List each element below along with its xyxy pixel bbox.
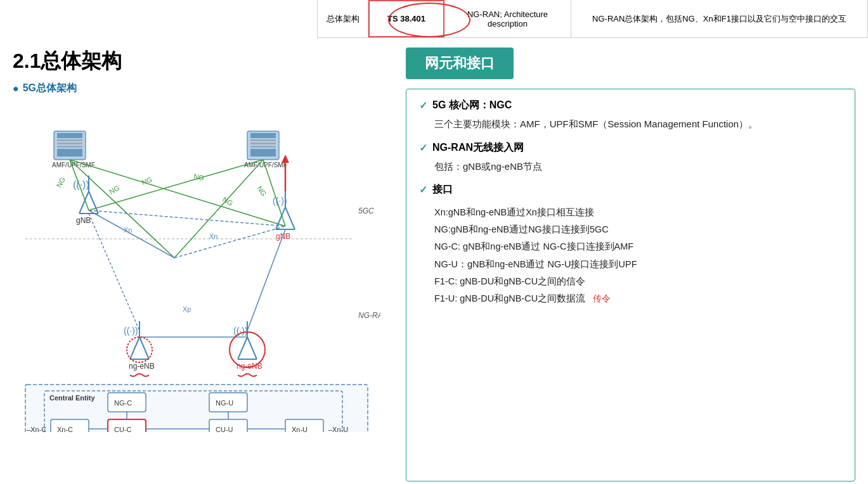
svg-rect-6	[57, 149, 82, 156]
top-bar-cell-4: NG-RAN总体架构，包括NG、Xn和F1接口以及它们与空中接口的交互	[571, 0, 868, 37]
svg-line-51	[285, 207, 295, 229]
info-item-5: F1-U: gNB-DU和gNB-CU之间数据流 传令	[434, 291, 842, 306]
svg-text:((·)): ((·))	[73, 179, 89, 190]
svg-rect-9	[250, 133, 276, 138]
network-diagram: 5GC NG-RAN AMF/UPF/SMF	[13, 103, 380, 432]
svg-line-18	[174, 160, 263, 258]
svg-line-17	[70, 160, 174, 258]
svg-line-32	[79, 191, 89, 213]
svg-line-45	[247, 337, 257, 359]
info-section-title-1: ✓ 5G 核心网：NGC	[419, 99, 842, 112]
svg-text:NG: NG	[55, 176, 67, 189]
svg-text:NG: NG	[108, 184, 120, 196]
svg-text:ng-eNB: ng-eNB	[129, 362, 155, 371]
svg-rect-12	[250, 146, 276, 148]
svg-text:Central Entity: Central Entity	[49, 394, 95, 402]
svg-text:CU-U: CU-U	[216, 426, 233, 432]
right-panel: 网元和接口 ✓ 5G 核心网：NGC 三个主要功能模块：AMF，UPF和SMF（…	[393, 38, 868, 484]
check-mark-3: ✓	[419, 184, 427, 196]
ngran-label: NG-RAN	[358, 311, 380, 320]
svg-text:((·)): ((·))	[233, 326, 248, 336]
info-section-body-1: 三个主要功能模块：AMF，UPF和SMF（Session Management …	[434, 116, 842, 132]
info-item-2: NG-C: gNB和ng-eNB通过 NG-C接口连接到AMF	[434, 239, 842, 254]
svg-text:Xn: Xn	[209, 232, 217, 240]
svg-line-29	[89, 210, 285, 226]
svg-rect-10	[250, 139, 276, 141]
top-bar: 总体架构 TS 38.401 NG-RAN; Architecture desc…	[317, 0, 868, 38]
svg-line-38	[130, 337, 139, 359]
check-mark-2: ✓	[419, 142, 427, 154]
svg-text:((·)): ((·))	[124, 326, 138, 336]
info-item-3: NG-U：gNB和ng-eNB通过 NG-U接口连接到UPF	[434, 257, 842, 272]
page-title: 2.1总体架构	[13, 48, 380, 75]
svg-rect-3	[57, 139, 82, 141]
svg-rect-4	[57, 143, 82, 144]
svg-marker-57	[282, 155, 289, 163]
sgc-label: 5GC	[358, 207, 374, 215]
panel-header: 网元和接口	[406, 48, 514, 79]
svg-line-60	[247, 229, 285, 331]
main-content: 2.1总体架构 5G总体架构 5GC NG-RAN AMF/UPF/SMF	[0, 38, 868, 484]
check-mark-1: ✓	[419, 99, 427, 111]
svg-text:–Xn-C: –Xn-C	[27, 426, 46, 432]
svg-text:NG: NG	[221, 195, 234, 207]
svg-text:Xn-U: Xn-U	[292, 426, 308, 432]
info-box: ✓ 5G 核心网：NGC 三个主要功能模块：AMF，UPF和SMF（Sessio…	[406, 89, 855, 481]
svg-text:Xp: Xp	[183, 305, 191, 313]
info-item-4: F1-C: gNB-DU和gNB-CU之间的信令	[434, 274, 842, 289]
svg-rect-13	[250, 149, 276, 156]
info-section-title-2: ✓ NG-RAN无线接入网	[419, 141, 842, 155]
info-item-0: Xn:gNB和ng-eNB通过Xn接口相互连接	[434, 205, 842, 220]
top-bar-cell-2: TS 38.401	[368, 0, 444, 37]
top-bar-cell-3: NG-RAN; Architecture description	[444, 0, 571, 37]
svg-text:CU-C: CU-C	[114, 426, 132, 432]
svg-text:NG: NG	[256, 184, 268, 197]
svg-line-20	[70, 160, 285, 226]
info-section-ngran: ✓ NG-RAN无线接入网 包括：gNB或ng-eNB节点	[419, 141, 842, 175]
svg-rect-11	[250, 143, 276, 144]
info-section-5g-core: ✓ 5G 核心网：NGC 三个主要功能模块：AMF，UPF和SMF（Sessio…	[419, 99, 842, 132]
section-label: 5G总体架构	[13, 82, 380, 95]
top-bar-cell-1: 总体架构	[318, 0, 368, 37]
info-section-title-3: ✓ 接口	[419, 183, 842, 196]
info-item-1: NG:gNB和ng-eNB通过NG接口连接到5GC	[434, 222, 842, 237]
svg-text:NG-C: NG-C	[114, 399, 132, 407]
svg-text:((·)): ((·))	[273, 196, 287, 206]
svg-text:NG: NG	[193, 172, 205, 182]
svg-line-44	[238, 337, 247, 359]
svg-text:Xn-C: Xn-C	[57, 426, 73, 432]
svg-line-28	[174, 226, 285, 258]
svg-text:NG-U: NG-U	[216, 399, 233, 407]
info-section-body-2: 包括：gNB或ng-eNB节点	[434, 158, 842, 175]
svg-rect-5	[57, 146, 82, 148]
svg-text:gNB: gNB	[76, 216, 91, 225]
svg-text:Xn: Xn	[124, 226, 132, 234]
info-section-interface: ✓ 接口	[419, 183, 842, 196]
svg-rect-2	[57, 133, 82, 138]
left-panel: 2.1总体架构 5G总体架构 5GC NG-RAN AMF/UPF/SMF	[0, 38, 393, 484]
svg-text:–Xn-U: –Xn-U	[328, 426, 348, 432]
